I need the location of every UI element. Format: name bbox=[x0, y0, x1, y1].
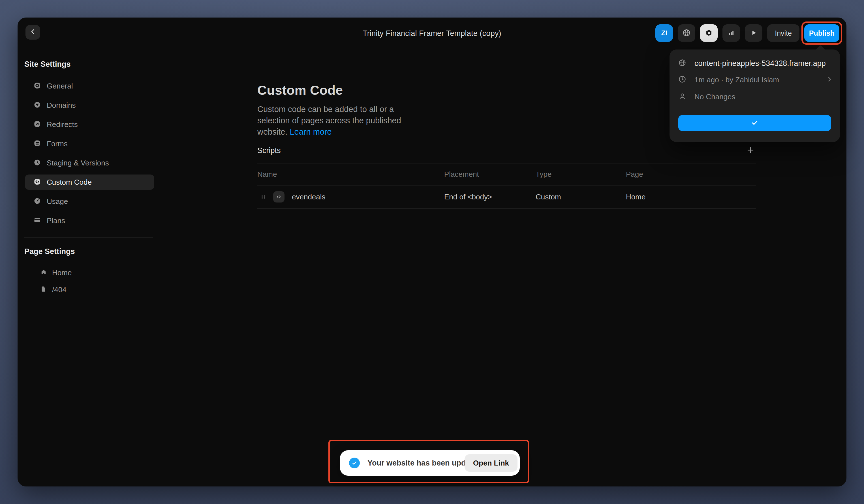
preview-button[interactable] bbox=[745, 24, 763, 42]
plus-icon bbox=[746, 146, 755, 155]
popover-domain-row[interactable]: content-pineapples-534328.framer.app bbox=[678, 56, 833, 71]
sidebar-item-usage[interactable]: Usage bbox=[25, 194, 154, 209]
site-settings-nav: General Domains Redirects bbox=[25, 78, 154, 232]
forms-icon bbox=[33, 139, 41, 148]
drag-handle-icon[interactable] bbox=[260, 194, 266, 200]
sidebar-item-label: Domains bbox=[47, 101, 76, 110]
learn-more-link[interactable]: Learn more bbox=[290, 127, 332, 136]
check-icon bbox=[751, 119, 759, 127]
column-header-name: Name bbox=[257, 170, 444, 179]
globe-icon bbox=[678, 59, 686, 68]
topbar-actions: ZI bbox=[655, 24, 839, 42]
script-name: evendeals bbox=[292, 193, 326, 201]
script-type: Custom bbox=[536, 193, 626, 201]
add-script-button[interactable] bbox=[745, 145, 756, 156]
publish-popover: content-pineapples-534328.framer.app 1m … bbox=[670, 49, 840, 142]
scripts-header: Scripts bbox=[257, 145, 756, 156]
site-settings-button[interactable] bbox=[700, 24, 718, 42]
desktop-background: Trinity Financial Framer Template (copy)… bbox=[0, 0, 864, 504]
scripts-table-header: Name Placement Type Page bbox=[257, 163, 756, 185]
custom-code-icon bbox=[33, 178, 41, 187]
sidebar-item-custom-code[interactable]: Custom Code bbox=[25, 174, 154, 190]
domains-icon bbox=[33, 101, 41, 110]
column-header-page: Page bbox=[626, 170, 756, 179]
avatar[interactable]: ZI bbox=[655, 24, 673, 42]
script-code-icon bbox=[273, 191, 285, 202]
sidebar-item-label: Staging & Versions bbox=[47, 159, 109, 168]
sidebar-item-label: Plans bbox=[47, 216, 65, 225]
sidebar-item-home-page[interactable]: Home bbox=[25, 265, 154, 280]
scripts-section: Scripts Name Placement Type Page bbox=[257, 145, 756, 209]
plans-card-icon bbox=[33, 216, 41, 225]
sidebar-item-label: Redirects bbox=[47, 120, 78, 129]
sidebar-item-label: /404 bbox=[52, 285, 67, 294]
sidebar-item-label: General bbox=[47, 82, 73, 90]
framer-settings-window: Trinity Financial Framer Template (copy)… bbox=[17, 17, 847, 487]
play-icon bbox=[749, 28, 758, 38]
column-header-type: Type bbox=[536, 170, 626, 179]
page-description: Custom code can be added to all or a sel… bbox=[257, 103, 427, 137]
sidebar-item-label: Forms bbox=[47, 139, 68, 148]
sidebar-item-404-page[interactable]: /404 bbox=[25, 282, 154, 297]
globe-icon bbox=[682, 28, 691, 38]
last-publish-info: 1m ago · by Zahidul Islam bbox=[694, 75, 779, 84]
publish-button[interactable]: Publish bbox=[804, 24, 839, 42]
popover-publish-confirm-button[interactable] bbox=[678, 115, 831, 131]
site-settings-heading: Site Settings bbox=[24, 60, 71, 69]
page-settings-nav: Home /404 bbox=[25, 265, 154, 299]
update-toast: Your website has been updated Open Link bbox=[340, 450, 520, 476]
sidebar-item-general[interactable]: General bbox=[25, 78, 154, 94]
redirects-icon bbox=[33, 120, 41, 129]
sidebar-item-staging-versions[interactable]: Staging & Versions bbox=[25, 155, 154, 171]
publish-wrap: Publish bbox=[804, 24, 839, 42]
script-page: Home bbox=[626, 193, 756, 201]
script-placement: End of <body> bbox=[444, 193, 536, 201]
page-file-icon bbox=[40, 286, 47, 294]
table-divider bbox=[257, 208, 756, 209]
published-domain: content-pineapples-534328.framer.app bbox=[694, 59, 826, 68]
changes-status: No Changes bbox=[694, 93, 735, 101]
settings-sidebar: Site Settings General Domains bbox=[17, 49, 163, 487]
usage-gauge-icon bbox=[33, 197, 41, 206]
sidebar-item-domains[interactable]: Domains bbox=[25, 98, 154, 113]
bar-chart-icon bbox=[727, 28, 736, 38]
column-header-placement: Placement bbox=[444, 170, 536, 179]
scripts-title: Scripts bbox=[257, 146, 281, 155]
sidebar-item-plans[interactable]: Plans bbox=[25, 213, 154, 228]
top-bar: Trinity Financial Framer Template (copy)… bbox=[17, 17, 847, 49]
page-title: Custom Code bbox=[257, 83, 343, 98]
chevron-right-icon bbox=[826, 75, 833, 84]
clock-icon bbox=[33, 159, 41, 168]
popover-history-row[interactable]: 1m ago · by Zahidul Islam bbox=[678, 72, 833, 87]
script-name-cell: evendeals bbox=[257, 191, 444, 202]
invite-button[interactable]: Invite bbox=[767, 24, 800, 42]
settings-nut-icon bbox=[704, 28, 714, 38]
sidebar-item-redirects[interactable]: Redirects bbox=[25, 117, 154, 132]
popover-changes-row: No Changes bbox=[678, 89, 833, 105]
sidebar-item-label: Usage bbox=[47, 197, 68, 206]
page-settings-heading: Page Settings bbox=[24, 247, 75, 256]
general-icon bbox=[33, 82, 41, 90]
open-link-button[interactable]: Open Link bbox=[465, 454, 517, 472]
home-icon bbox=[40, 269, 47, 276]
domains-globe-button[interactable] bbox=[678, 24, 695, 42]
clock-icon bbox=[678, 75, 686, 85]
sidebar-item-forms[interactable]: Forms bbox=[25, 136, 154, 151]
sidebar-item-label: Custom Code bbox=[47, 178, 92, 187]
sidebar-item-label: Home bbox=[52, 268, 72, 277]
script-table-row[interactable]: evendeals End of <body> Custom Home bbox=[257, 186, 756, 208]
sidebar-divider bbox=[24, 237, 153, 237]
user-icon bbox=[678, 92, 686, 101]
success-check-icon bbox=[349, 458, 360, 468]
analytics-button[interactable] bbox=[722, 24, 740, 42]
